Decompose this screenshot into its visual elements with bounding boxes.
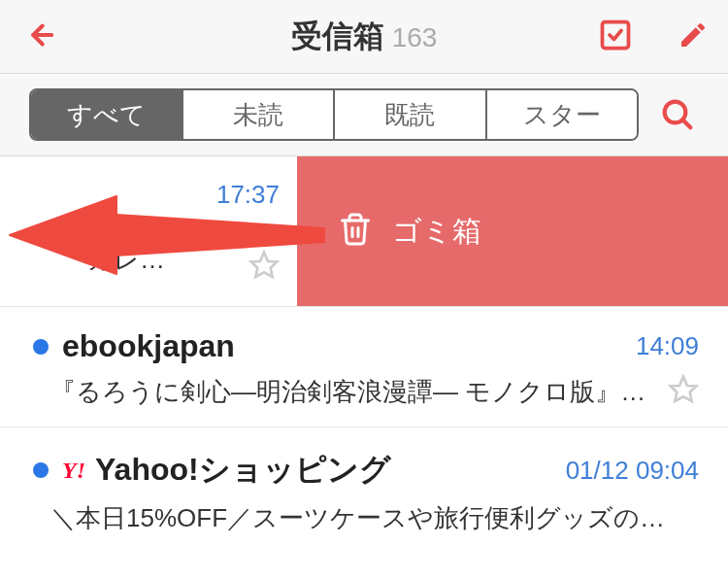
email-row[interactable]: ebookjapan 14:09 『るろうに剣心―明治剣客浪漫譚― モノクロ版』… bbox=[0, 307, 728, 427]
search-icon[interactable] bbox=[656, 95, 699, 134]
star-icon[interactable] bbox=[668, 374, 699, 409]
email-time: 01/12 09:04 bbox=[566, 456, 699, 486]
filter-segmented-control: すべて 未読 既読 スター bbox=[29, 88, 639, 141]
filter-read[interactable]: 既読 bbox=[335, 90, 487, 139]
swipe-delete-label: ゴミ箱 bbox=[392, 212, 481, 252]
select-mode-icon[interactable] bbox=[598, 17, 633, 56]
filter-starred[interactable]: スター bbox=[487, 90, 638, 139]
yahoo-brand-icon: Y! bbox=[62, 458, 85, 484]
compose-icon[interactable] bbox=[678, 19, 709, 54]
header-bar: 受信箱 163 bbox=[0, 0, 728, 74]
svg-line-3 bbox=[682, 119, 690, 127]
email-subject-fragment: カレ… bbox=[87, 243, 165, 277]
unread-dot-icon bbox=[33, 462, 49, 478]
email-row-swiped-content: 17:37 カレ… bbox=[0, 156, 297, 306]
email-list: 17:37 カレ… ゴミ箱 ebookjapan 14:09 『るろうに剣心―明… bbox=[0, 156, 728, 553]
inbox-count: 163 bbox=[392, 22, 438, 53]
filter-all[interactable]: すべて bbox=[31, 90, 183, 139]
email-time: 14:09 bbox=[636, 331, 699, 361]
back-icon[interactable] bbox=[19, 17, 56, 57]
header-actions bbox=[598, 17, 709, 56]
star-icon[interactable] bbox=[248, 250, 280, 285]
email-subject: ＼本日15%OFF／スーツケースや旅行便利グッズの… bbox=[33, 501, 699, 535]
svg-marker-5 bbox=[671, 377, 697, 401]
email-time: 17:37 bbox=[216, 180, 280, 210]
page-title: 受信箱 bbox=[291, 16, 384, 58]
email-row-swiped[interactable]: 17:37 カレ… ゴミ箱 bbox=[0, 156, 728, 307]
email-sender: Yahoo!ショッピング bbox=[95, 449, 391, 492]
swipe-delete-action[interactable]: ゴミ箱 bbox=[297, 156, 728, 306]
email-row[interactable]: Y! Yahoo!ショッピング 01/12 09:04 ＼本日15%OFF／スー… bbox=[0, 427, 728, 553]
svg-marker-4 bbox=[251, 253, 278, 277]
email-sender: ebookjapan bbox=[62, 328, 235, 364]
filter-bar: すべて 未読 既読 スター bbox=[0, 74, 728, 156]
trash-icon bbox=[338, 212, 373, 251]
email-subject: 『るろうに剣心―明治剣客浪漫譚― モノクロ版』1… bbox=[33, 375, 658, 409]
filter-unread[interactable]: 未読 bbox=[183, 90, 336, 139]
unread-dot-icon bbox=[33, 339, 49, 355]
header-title-wrap: 受信箱 163 bbox=[291, 16, 438, 58]
